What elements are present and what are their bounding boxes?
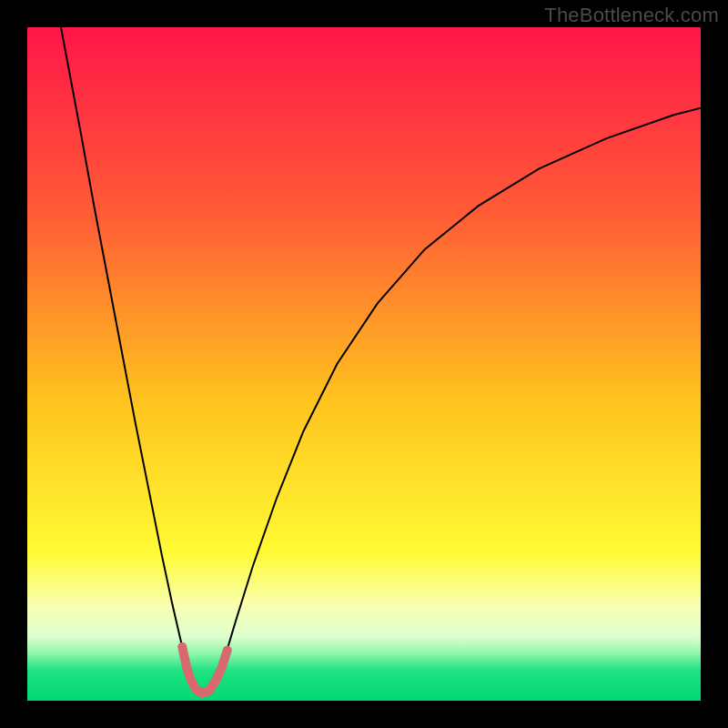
- chart-background: [27, 27, 701, 701]
- chart-frame: TheBottleneck.com: [0, 0, 728, 728]
- watermark-text: TheBottleneck.com: [544, 4, 719, 27]
- chart-plot: [27, 27, 701, 701]
